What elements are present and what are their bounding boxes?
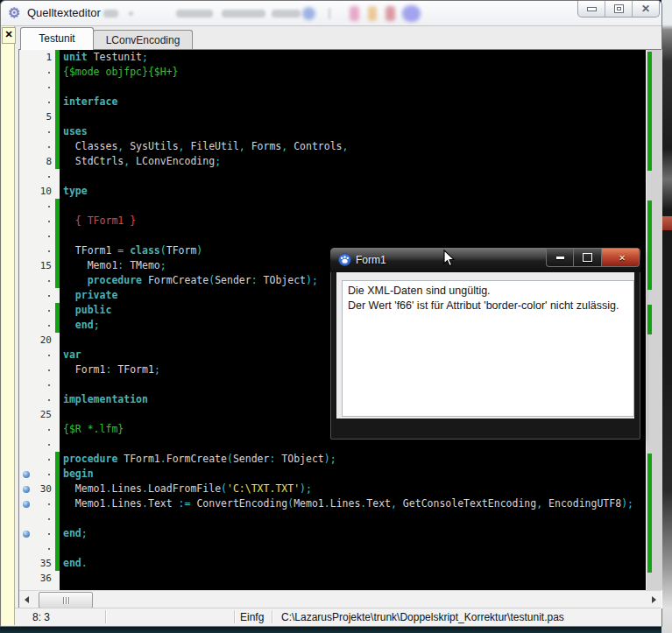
gutter-line[interactable] — [19, 437, 60, 452]
scroll-left-button[interactable] — [19, 593, 33, 607]
tab-lconvencoding[interactable]: LConvEncoding — [93, 30, 193, 50]
gutter-line[interactable] — [19, 452, 60, 467]
gutter-line[interactable] — [19, 392, 60, 407]
line-number — [48, 146, 50, 148]
code-token: TForm1 — [117, 453, 159, 465]
code-line[interactable]: end; — [60, 526, 646, 541]
gutter-line[interactable] — [19, 288, 60, 303]
gutter-line[interactable] — [19, 422, 60, 437]
gutter-line[interactable]: 15 — [19, 258, 60, 273]
code-line[interactable] — [60, 169, 646, 184]
gutter-line[interactable] — [19, 511, 60, 526]
gutter-line[interactable] — [19, 169, 60, 184]
gutter-line[interactable]: 20 — [19, 333, 60, 348]
gutter-line[interactable] — [19, 273, 60, 288]
form1-maximize-button[interactable] — [574, 249, 601, 267]
gutter-line[interactable] — [19, 541, 60, 556]
minimize-button[interactable] — [578, 1, 605, 17]
code-line[interactable]: begin — [60, 467, 646, 482]
maximize-button[interactable] — [605, 1, 633, 17]
gutter-line[interactable] — [19, 124, 60, 139]
code-line[interactable]: { TForm1 } — [60, 214, 646, 229]
code-line[interactable]: Memo1.Lines.Text := ConvertEncoding(Memo… — [60, 496, 646, 511]
gutter-line[interactable] — [19, 467, 60, 482]
code-token: SysUtils — [124, 140, 178, 152]
gutter-line[interactable] — [19, 214, 60, 229]
code-line[interactable]: uses — [60, 124, 646, 139]
close-icon: ✕ — [619, 253, 625, 262]
gutter-line[interactable] — [19, 199, 60, 214]
form1-minimize-button[interactable] — [546, 249, 574, 267]
gutter-line[interactable]: 30 — [19, 482, 60, 496]
overview-marks-bar[interactable] — [646, 50, 662, 590]
code-token: uses — [63, 125, 88, 137]
gutter-line[interactable] — [19, 243, 60, 258]
gutter-line[interactable] — [19, 318, 60, 333]
code-line[interactable]: end. — [60, 556, 646, 571]
code-token: EncodingUTF8 — [542, 497, 621, 510]
form1-close-button[interactable]: ✕ — [601, 249, 640, 267]
line-number — [48, 429, 50, 431]
code-line[interactable]: interface — [60, 95, 646, 109]
gutter-line[interactable] — [19, 348, 60, 362]
gutter-line[interactable] — [19, 377, 60, 392]
ghost-icon-blur — [350, 6, 359, 21]
code-line[interactable]: Classes, SysUtils, FileUtil, Forms, Cont… — [60, 139, 646, 154]
scroll-right-button[interactable] — [647, 593, 661, 607]
thumb-grip-icon — [66, 597, 67, 604]
gutter-line[interactable] — [19, 65, 60, 80]
scrollbar-thumb[interactable] — [39, 592, 93, 608]
code-line[interactable] — [60, 80, 646, 95]
ghost-icon-blur — [402, 5, 421, 22]
code-token: := — [179, 497, 191, 510]
line-number — [48, 250, 50, 252]
maximize-icon — [614, 4, 624, 13]
code-token: begin — [63, 468, 94, 480]
gutter-line[interactable] — [19, 362, 60, 377]
gutter-line[interactable]: 5 — [19, 109, 60, 124]
line-number — [48, 295, 50, 297]
code-line[interactable]: StdCtrls, LConvEncoding; — [60, 154, 646, 169]
gutter-line[interactable]: 35 — [19, 556, 60, 571]
gutter-line[interactable] — [19, 303, 60, 318]
close-tab-button[interactable]: ✕ — [2, 27, 16, 44]
code-line[interactable] — [60, 109, 646, 124]
code-line[interactable] — [60, 199, 646, 214]
gutter-line[interactable]: 10 — [19, 184, 60, 199]
code-token: Controls — [287, 140, 342, 152]
gutter-line[interactable]: 36 — [19, 571, 60, 586]
gutter-line[interactable] — [19, 526, 60, 541]
close-button[interactable]: ✕ — [633, 1, 659, 17]
gutter-line[interactable]: 25 — [19, 407, 60, 422]
tab-testunit[interactable]: Testunit — [20, 27, 94, 50]
code-line[interactable] — [60, 229, 646, 243]
code-token: implementation — [63, 393, 148, 405]
code-token: StdCtrls — [63, 155, 124, 167]
code-token: Memo1 — [294, 497, 324, 510]
code-line[interactable] — [60, 541, 646, 556]
code-token: LoadFromFile — [148, 482, 221, 495]
code-line[interactable]: Memo1.Lines.LoadFromFile('C:\TXT.TXT'); — [60, 482, 646, 496]
overview-change-mark — [647, 52, 652, 171]
gutter-line[interactable] — [19, 229, 60, 243]
memo-text[interactable]: Die XML-Daten sind ungültig.Der Wert 'f6… — [342, 280, 634, 417]
gutter-line[interactable] — [19, 496, 60, 511]
code-line[interactable] — [60, 511, 646, 526]
code-line[interactable]: procedure TForm1.FormCreate(Sender: TObj… — [60, 452, 646, 467]
window-titlebar: ⚙ Quelltexteditor ✕ — [1, 1, 661, 26]
line-number — [48, 72, 50, 74]
gutter-line[interactable]: 8 — [19, 154, 60, 169]
line-number — [48, 87, 50, 88]
overview-change-mark — [647, 454, 652, 573]
gutter-line[interactable] — [19, 95, 60, 109]
code-line[interactable] — [60, 571, 646, 586]
gutter-line[interactable]: 1 — [19, 50, 60, 65]
gutter-line[interactable] — [19, 139, 60, 154]
gutter-line[interactable] — [19, 80, 60, 95]
code-line[interactable]: unit Testunit; — [60, 50, 646, 65]
code-line[interactable]: type — [60, 184, 646, 199]
maximize-icon — [583, 253, 592, 262]
horizontal-scrollbar[interactable] — [19, 590, 661, 608]
code-line[interactable]: {$mode objfpc}{$H+} — [60, 65, 646, 80]
line-number: 30 — [40, 483, 52, 495]
